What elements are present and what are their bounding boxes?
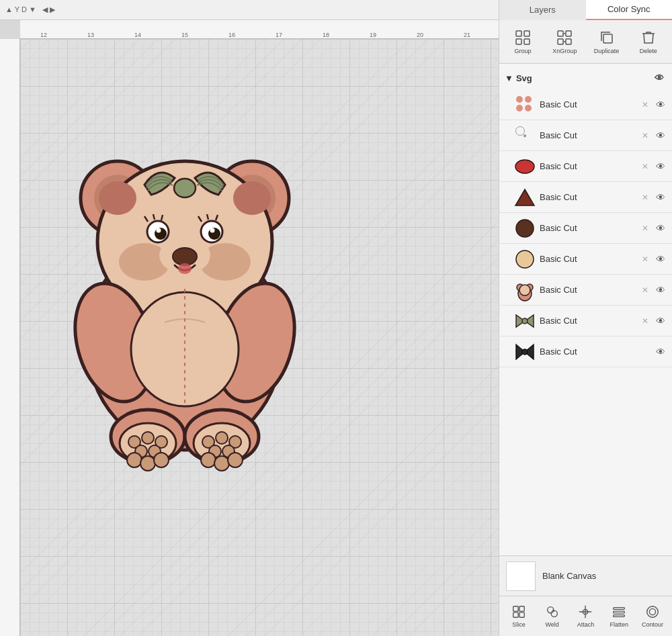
layer-row[interactable]: Basic Cut ✕ 👁 [499, 89, 672, 120]
tab-layers[interactable]: Layers [499, 0, 586, 20]
ruler-mark-h: 15 [181, 32, 188, 38]
layer-4-x: ✕ [640, 192, 650, 203]
weld-button[interactable]: Weld [537, 604, 568, 628]
top-bar: ▲ Y D ▼ ◀ ▶ Layers Color Sync [0, 0, 672, 20]
tab-color-sync[interactable]: Color Sync [586, 0, 673, 20]
svg-point-25 [174, 179, 196, 197]
ruler-mark-h: 17 [276, 32, 282, 38]
layer-3-vis[interactable]: 👁 [653, 159, 668, 174]
ruler-left [0, 39, 20, 636]
layer-8-vis[interactable]: 👁 [653, 314, 668, 328]
svg-point-67 [516, 251, 534, 268]
coordinates: ▲ Y D ▼ ◀ ▶ [5, 5, 55, 14]
layer-3-thumb [513, 154, 537, 179]
svg-visibility-icon[interactable]: 👁 [652, 71, 667, 85]
svg-marker-65 [515, 189, 534, 206]
layer-2-x: ✕ [640, 130, 650, 141]
layer-3-name: Basic Cut [540, 161, 637, 171]
layer-6-name: Basic Cut [540, 254, 637, 264]
svg-rect-54 [566, 31, 571, 36]
svg-point-89 [649, 608, 655, 615]
layer-row[interactable]: Basic Cut ✕ 👁 [499, 213, 672, 244]
layer-row[interactable]: Basic Cut ✕ 👁 [499, 182, 672, 213]
right-panel: Group XnGroup Duplicate [499, 20, 672, 636]
layer-row[interactable]: ● Basic Cut ✕ 👁 [499, 120, 672, 151]
svg-point-40 [154, 453, 169, 467]
layer-2-name: Basic Cut [540, 130, 637, 140]
svg-rect-79 [519, 606, 524, 611]
svg-rect-86 [614, 611, 625, 613]
group-button[interactable]: Group [506, 24, 540, 60]
svg-rect-81 [519, 612, 524, 617]
svg-point-38 [127, 453, 142, 467]
layer-9-x [640, 347, 650, 357]
canvas-area[interactable]: 12131415161718192021 [0, 20, 499, 636]
layer-toolbar: Group XnGroup Duplicate [499, 20, 672, 64]
ruler-mark-h: 18 [323, 32, 329, 38]
svg-rect-52 [524, 39, 530, 44]
ruler-mark-h: 19 [370, 32, 376, 38]
layer-8-thumb [513, 309, 537, 333]
layer-2-vis[interactable]: 👁 [653, 128, 668, 143]
svg-rect-51 [516, 39, 521, 44]
flatten-button[interactable]: Flatten [603, 604, 634, 628]
svg-point-42 [216, 432, 228, 444]
svg-point-74 [522, 318, 528, 324]
svg-root-label: Svg [516, 73, 532, 83]
ungroup-button[interactable]: XnGroup [548, 24, 581, 60]
svg-point-23 [173, 248, 197, 265]
svg-rect-56 [566, 39, 571, 44]
layer-5-x: ✕ [640, 223, 650, 234]
layer-3-x: ✕ [640, 161, 650, 172]
slice-button[interactable]: Slice [503, 604, 534, 628]
layer-1-vis[interactable]: 👁 [653, 97, 668, 112]
layer-1-name: Basic Cut [540, 99, 637, 109]
layer-7-vis[interactable]: 👁 [653, 283, 668, 298]
blank-canvas-row[interactable]: Blank Canvas [499, 555, 672, 596]
contour-button[interactable]: Contour [637, 604, 668, 628]
layer-5-vis[interactable]: 👁 [653, 221, 668, 236]
layer-5-thumb [513, 216, 537, 240]
layer-5-name: Basic Cut [540, 223, 637, 233]
svg-rect-59 [603, 34, 612, 43]
svg-point-66 [516, 220, 534, 237]
blank-canvas-label: Blank Canvas [542, 571, 596, 581]
top-bar-left: ▲ Y D ▼ ◀ ▶ [0, 5, 499, 14]
delete-button[interactable]: Delete [632, 24, 665, 60]
svg-point-46 [201, 453, 216, 467]
layer-8-x: ✕ [640, 316, 650, 326]
svg-rect-50 [524, 31, 530, 36]
svg-point-63 [525, 105, 532, 111]
layer-1-x: ✕ [640, 99, 650, 110]
layer-9-vis[interactable]: 👁 [653, 345, 668, 359]
svg-point-47 [214, 456, 229, 471]
svg-rect-55 [558, 39, 563, 44]
ruler-mark-h: 12 [40, 32, 47, 38]
svg-point-15 [210, 228, 215, 233]
blank-canvas-thumb [506, 561, 536, 591]
layers-list[interactable]: ▼ Svg 👁 Basic Cut ✕ 👁 [499, 64, 672, 555]
svg-root-item[interactable]: ▼ Svg 👁 [499, 66, 672, 89]
svg-point-39 [140, 456, 155, 471]
layer-row[interactable]: Basic Cut ✕ 👁 [499, 306, 672, 336]
layer-row[interactable]: Basic Cut 👁 [499, 336, 672, 367]
svg-triangle: ▼ [505, 73, 513, 83]
layer-row[interactable]: Basic Cut ✕ 👁 [499, 244, 672, 275]
svg-point-7 [233, 181, 271, 215]
layer-4-thumb [513, 185, 537, 210]
layer-6-vis[interactable]: 👁 [653, 252, 668, 267]
svg-point-62 [516, 105, 523, 111]
svg-point-88 [647, 606, 659, 618]
svg-point-34 [142, 432, 154, 444]
layer-row[interactable]: Basic Cut ✕ 👁 [499, 151, 672, 182]
tab-bar: Layers Color Sync [499, 0, 672, 20]
ruler-mark-h: 13 [87, 32, 94, 38]
layer-4-vis[interactable]: 👁 [653, 190, 668, 205]
attach-button[interactable]: Attach [570, 604, 601, 628]
layer-row[interactable]: Basic Cut ✕ 👁 [499, 275, 672, 306]
svg-rect-49 [516, 31, 521, 36]
bear-illustration [40, 54, 329, 510]
bottom-action-bar: Slice Weld Attach [499, 596, 672, 636]
ruler-mark-h: 20 [417, 32, 423, 38]
duplicate-button[interactable]: Duplicate [590, 24, 624, 60]
